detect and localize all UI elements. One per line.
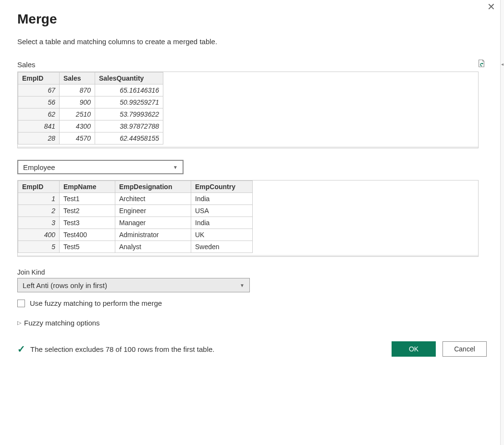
table-row[interactable]: 5690050.99259271 [18,96,163,108]
table-cell[interactable]: Manager [115,217,191,229]
col-header[interactable]: EmpID [18,181,60,193]
table-cell[interactable]: 2 [18,205,60,217]
fuzzy-matching-checkbox[interactable] [17,300,25,307]
col-header[interactable]: EmpCountry [191,181,253,193]
table-cell[interactable]: 62.44958155 [95,132,163,144]
table-cell[interactable]: 53.79993622 [95,108,163,120]
table-cell[interactable]: 4570 [60,132,95,144]
table-cell[interactable]: 2510 [60,108,95,120]
chevron-left-icon: ◂ [501,61,504,67]
table-cell[interactable]: Test1 [60,193,115,205]
table-cell[interactable]: Architect [115,193,191,205]
table-row[interactable]: 5Test5AnalystSweden [18,241,253,253]
col-header[interactable]: Sales [60,72,95,84]
table-cell[interactable]: 3 [18,217,60,229]
table-cell[interactable]: 900 [60,96,95,108]
status-text: The selection excludes 78 of 100 rows fr… [30,345,215,353]
merge-dialog: ✕ Merge Select a table and matching colu… [0,0,504,374]
table-row[interactable]: 841430038.97872788 [18,120,163,132]
checkmark-icon: ✓ [17,343,25,355]
table-cell[interactable]: USA [191,205,253,217]
table-cell[interactable]: 4300 [60,120,95,132]
table-cell[interactable]: Test2 [60,205,115,217]
dialog-title: Merge [17,12,487,27]
chevron-down-icon: ▼ [240,283,245,288]
table-row[interactable]: 6787065.16146316 [18,84,163,96]
table1-container: EmpID Sales SalesQuantity 6787065.161463… [17,72,479,148]
employee-table[interactable]: EmpID EmpName EmpDesignation EmpCountry … [18,180,253,253]
join-kind-dropdown[interactable]: Left Anti (rows only in first) ▼ [17,278,250,292]
table-row[interactable]: 3Test3ManagerIndia [18,217,253,229]
table-row[interactable]: 400Test400AdministratorUK [18,229,253,241]
dialog-subtitle: Select a table and matching columns to c… [17,37,487,46]
table-cell[interactable]: 400 [18,229,60,241]
table-cell[interactable]: 5 [18,241,60,253]
chevron-right-icon: ▷ [17,320,21,326]
table-header-row: EmpID EmpName EmpDesignation EmpCountry [18,181,253,193]
table-cell[interactable]: Engineer [115,205,191,217]
table-cell[interactable]: Test5 [60,241,115,253]
table-cell[interactable]: 870 [60,84,95,96]
table1-label: Sales [17,60,36,69]
table-header-row: EmpID Sales SalesQuantity [18,72,163,84]
col-header[interactable]: EmpDesignation [115,181,191,193]
close-icon[interactable]: ✕ [487,1,495,12]
table-cell[interactable]: India [191,193,253,205]
sales-table[interactable]: EmpID Sales SalesQuantity 6787065.161463… [18,72,163,144]
table-cell[interactable]: 56 [18,96,60,108]
status-row: ✓ The selection excludes 78 of 100 rows … [17,343,215,355]
table-cell[interactable]: 62 [18,108,60,120]
table-row[interactable]: 28457062.44958155 [18,132,163,144]
table-cell[interactable]: India [191,217,253,229]
col-header[interactable]: SalesQuantity [95,72,163,84]
table-cell[interactable]: Test3 [60,217,115,229]
table-cell[interactable]: 28 [18,132,60,144]
table-cell[interactable]: UK [191,229,253,241]
table-cell[interactable]: 841 [18,120,60,132]
dropdown-value: Left Anti (rows only in first) [23,281,107,289]
table-row[interactable]: 2Test2EngineerUSA [18,205,253,217]
fuzzy-options-expander[interactable]: ▷ Fuzzy matching options [17,319,487,327]
table-cell[interactable]: 67 [18,84,60,96]
table-cell[interactable]: 38.97872788 [95,120,163,132]
table2-container: EmpID EmpName EmpDesignation EmpCountry … [17,180,479,257]
table-cell[interactable]: Analyst [115,241,191,253]
table2-selector[interactable]: Employee ▼ [17,160,184,174]
join-kind-label: Join Kind [17,268,487,276]
table-cell[interactable]: Test400 [60,229,115,241]
table-cell[interactable]: Administrator [115,229,191,241]
table-row[interactable]: 62251053.79993622 [18,108,163,120]
table-row[interactable]: 1Test1ArchitectIndia [18,193,253,205]
table-cell[interactable]: 65.16146316 [95,84,163,96]
refresh-icon[interactable] [477,59,487,69]
table-cell[interactable]: 1 [18,193,60,205]
cancel-button[interactable]: Cancel [443,341,487,357]
col-header[interactable]: EmpName [60,181,115,193]
col-header[interactable]: EmpID [18,72,60,84]
right-sidebar-collapsed[interactable]: ◂ [500,0,504,445]
chevron-down-icon: ▼ [173,165,178,170]
table-cell[interactable]: 50.99259271 [95,96,163,108]
ok-button[interactable]: OK [392,341,436,357]
dropdown-value: Employee [23,163,55,171]
expander-label: Fuzzy matching options [24,319,100,327]
fuzzy-checkbox-label: Use fuzzy matching to perform the merge [30,299,162,307]
table-cell[interactable]: Sweden [191,241,253,253]
